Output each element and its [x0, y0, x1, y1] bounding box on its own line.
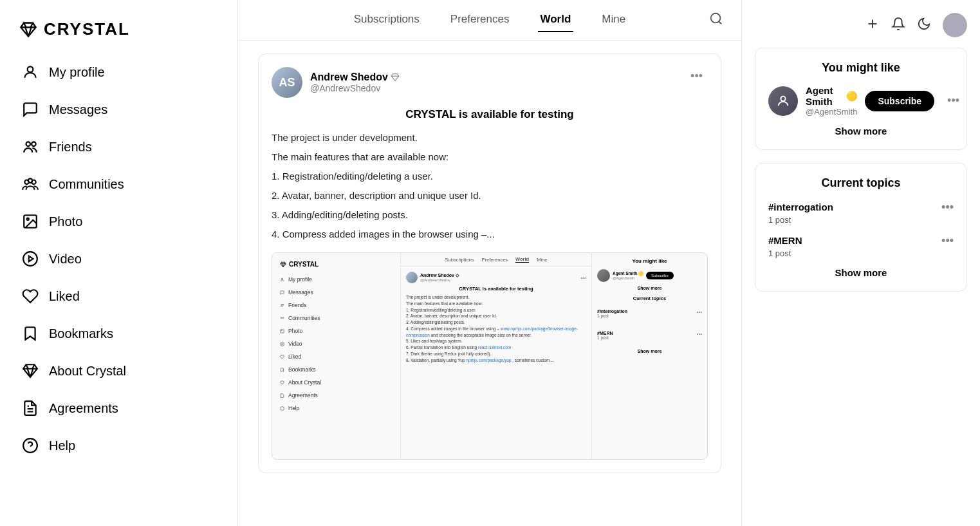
- author-handle: @AndrewShedov: [310, 83, 400, 93]
- embed-show-more-topics: Show more: [597, 349, 702, 353]
- show-more-users-link[interactable]: Show more: [768, 126, 954, 136]
- embed-post-menu: •••: [581, 275, 586, 281]
- tab-world[interactable]: World: [538, 8, 574, 32]
- sidebar-item-agreements[interactable]: Agreements: [10, 391, 227, 426]
- feed: AS Andrew Shedov @AndrewShedov ••• CRYST…: [238, 41, 741, 526]
- embed-nav-bookmarks: Bookmarks: [272, 363, 400, 376]
- embed-post-title: CRYSTAL is available for testing: [406, 286, 586, 292]
- sidebar-item-my-profile[interactable]: My profile: [10, 55, 227, 89]
- svg-point-28: [781, 96, 785, 100]
- svg-rect-21: [281, 329, 284, 332]
- current-topics-widget: Current topics #interrogation ••• 1 post…: [755, 163, 967, 292]
- svg-point-7: [27, 218, 29, 220]
- embed-app-name: CRYSTAL: [289, 261, 319, 268]
- embed-nav-video: Video: [272, 337, 400, 350]
- svg-point-19: [281, 317, 282, 318]
- show-more-topics-link[interactable]: Show more: [768, 267, 954, 278]
- embed-user-avatar: [597, 269, 610, 282]
- embed-tab-world: World: [515, 256, 529, 263]
- diamond-logo-icon: [19, 21, 37, 39]
- sidebar-item-bookmarks[interactable]: Bookmarks: [10, 316, 227, 351]
- sidebar-item-photo[interactable]: Photo: [10, 204, 227, 239]
- people-icon: [22, 138, 39, 155]
- document-icon: [22, 400, 39, 417]
- sidebar-item-communities[interactable]: Communities: [10, 167, 227, 202]
- topic-interrogation-menu[interactable]: •••: [941, 200, 954, 214]
- topic-mern-count: 1 post: [768, 249, 954, 258]
- svg-point-5: [28, 178, 33, 183]
- you-might-like-widget: You might like Agent Smith 🟡 @AgentSmith…: [755, 48, 967, 150]
- tab-preferences[interactable]: Preferences: [448, 8, 512, 32]
- svg-line-15: [719, 21, 721, 24]
- embed-subscribe-button[interactable]: Subscribe: [646, 272, 674, 279]
- svg-point-14: [711, 14, 721, 23]
- top-navigation: Subscriptions Preferences World Mine: [238, 0, 741, 41]
- svg-marker-9: [29, 256, 33, 262]
- suggested-user-handle: @AgentSmith: [806, 107, 857, 117]
- topic-mern: #MERN ••• 1 post: [768, 234, 954, 258]
- main-content: Subscriptions Preferences World Mine AS …: [238, 0, 742, 526]
- embed-nav-communities: Communities: [272, 312, 400, 324]
- embed-author-avatar: [406, 272, 418, 283]
- header-icons: [755, 13, 967, 48]
- embedded-screenshot: CRYSTAL My profile Messages Friends: [272, 252, 708, 460]
- add-icon[interactable]: [865, 17, 880, 34]
- author-name: Andrew Shedov: [310, 71, 400, 83]
- embed-nav-about-crystal: About Crystal: [272, 376, 400, 389]
- embed-current-topics-title: Current topics: [597, 296, 702, 301]
- suggested-user-emoji: 🟡: [846, 91, 857, 101]
- embed-tab-subscriptions: Subscriptions: [445, 257, 474, 263]
- sidebar-item-help[interactable]: Help: [10, 428, 227, 463]
- tab-mine[interactable]: Mine: [599, 8, 628, 32]
- embed-tab-preferences: Preferences: [482, 257, 508, 263]
- embed-topic-mern: #MERN 1 post •••: [597, 327, 702, 340]
- moon-icon[interactable]: [917, 17, 931, 34]
- embed-main: Subscriptions Preferences World Mine And…: [401, 253, 591, 459]
- sidebar-item-friends[interactable]: Friends: [10, 129, 227, 164]
- post-menu-button[interactable]: •••: [685, 67, 708, 86]
- post-card: AS Andrew Shedov @AndrewShedov ••• CRYST…: [258, 53, 721, 473]
- chat-icon: [22, 101, 39, 118]
- embed-you-might-like-title: You might like: [597, 258, 702, 264]
- suggested-user-name: Agent Smith 🟡: [806, 85, 857, 107]
- embed-suggest-user: Agent Smith 🟡 @AgentSmith Subscribe: [597, 269, 702, 282]
- sidebar-item-liked[interactable]: Liked: [10, 279, 227, 314]
- topic-mern-menu[interactable]: •••: [941, 234, 954, 247]
- svg-point-8: [23, 252, 37, 266]
- embed-nav-photo: Photo: [272, 324, 400, 337]
- embed-nav-liked: Liked: [272, 350, 400, 363]
- user-avatar[interactable]: [943, 13, 967, 37]
- embed-nav-my-profile: My profile: [272, 273, 400, 286]
- embed-user-name: Agent Smith 🟡: [613, 271, 643, 276]
- search-icon[interactable]: [709, 12, 723, 28]
- sidebar-navigation: My profile Messages Friends Communities …: [0, 55, 237, 463]
- person-icon: [22, 64, 39, 80]
- you-might-like-title: You might like: [768, 61, 954, 75]
- sidebar-item-video[interactable]: Video: [10, 241, 227, 276]
- question-icon: [22, 437, 39, 454]
- embed-nav-messages: Messages: [272, 286, 400, 299]
- svg-point-17: [281, 304, 282, 305]
- subscribe-agent-smith-button[interactable]: Subscribe: [865, 91, 934, 111]
- sidebar-item-messages[interactable]: Messages: [10, 92, 227, 127]
- embed-feed: Andrew Shedov ◇ @AndrewShedov ••• CRYSTA…: [401, 267, 591, 459]
- embed-post-body: The project is under development. The ma…: [406, 294, 586, 363]
- sidebar: CRYSTAL My profile Messages Friends Comm…: [0, 0, 238, 526]
- heart-icon: [22, 288, 39, 305]
- tab-subscriptions[interactable]: Subscriptions: [351, 8, 422, 32]
- app-logo[interactable]: CRYSTAL: [0, 13, 237, 55]
- bookmark-icon: [22, 325, 39, 342]
- author-avatar[interactable]: AS: [272, 67, 302, 98]
- embed-show-more-users: Show more: [597, 286, 702, 290]
- bell-icon[interactable]: [891, 17, 905, 34]
- current-topics-title: Current topics: [768, 176, 954, 190]
- sidebar-item-about-crystal[interactable]: About Crystal: [10, 353, 227, 388]
- embed-user-handle: @AgentSmith: [613, 276, 643, 280]
- embed-topic-interrogation: #interrogation 1 post •••: [597, 305, 702, 318]
- svg-point-22: [281, 330, 282, 331]
- embed-author-handle: @AndrewShedov: [420, 278, 459, 282]
- topic-interrogation-count: 1 post: [768, 215, 954, 225]
- svg-point-25: [281, 406, 284, 410]
- user-more-button[interactable]: •••: [942, 91, 965, 110]
- embed-logo: CRYSTAL: [272, 258, 400, 273]
